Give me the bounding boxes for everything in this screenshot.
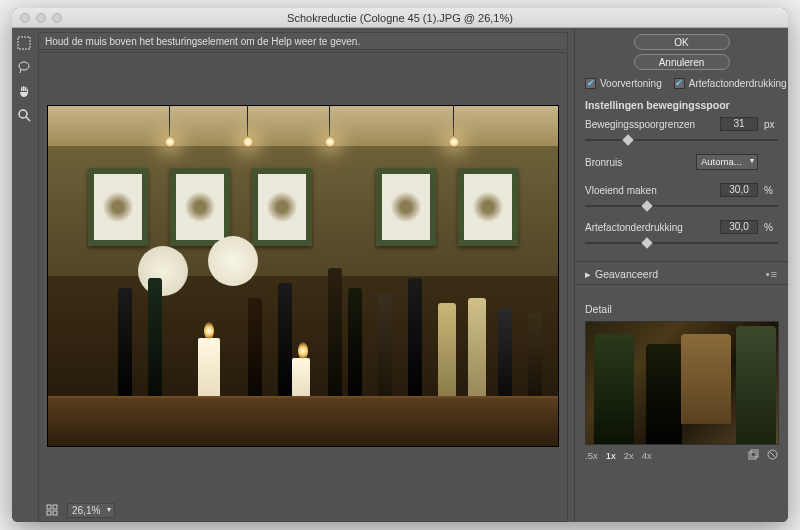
dialog-window: Schokreductie (Cologne 45 (1).JPG @ 26,1… (12, 8, 788, 522)
no-entry-icon[interactable] (767, 449, 778, 462)
svg-rect-7 (53, 511, 57, 515)
panel-menu-icon[interactable]: •≡ (766, 268, 778, 280)
tool-column (12, 28, 36, 522)
preview-area[interactable]: 26,1% (38, 52, 568, 522)
preview-statusbar: 26,1% (39, 499, 567, 521)
artifact-suppress-checkbox[interactable]: ✔Artefactonderdrukking (674, 78, 787, 89)
svg-line-11 (769, 451, 775, 457)
section-header: Instellingen bewegingsspoor (585, 99, 778, 111)
hint-bar: Houd de muis boven het besturingselement… (38, 32, 568, 50)
zoom-05x[interactable]: .5x (585, 450, 598, 461)
svg-rect-6 (47, 511, 51, 515)
detail-header: Detail (585, 303, 778, 315)
svg-point-1 (19, 62, 29, 70)
svg-line-3 (26, 117, 30, 121)
svg-rect-5 (53, 505, 57, 509)
undock-icon[interactable] (748, 449, 759, 462)
zoom-select[interactable]: 26,1% (67, 503, 115, 518)
zoom-4x[interactable]: 4x (642, 450, 652, 461)
blur-bounds-label: Bewegingsspoorgrenzen (585, 119, 714, 130)
marquee-tool-icon[interactable] (15, 34, 33, 52)
titlebar: Schokreductie (Cologne 45 (1).JPG @ 26,1… (12, 8, 788, 28)
smooth-slider[interactable] (585, 200, 778, 212)
artifact-slider[interactable] (585, 237, 778, 249)
svg-rect-9 (751, 450, 758, 457)
zoom-value: 26,1% (72, 505, 100, 516)
detail-preview[interactable] (585, 321, 779, 445)
blur-bounds-input[interactable]: 31 (720, 117, 758, 131)
svg-rect-0 (18, 37, 30, 49)
zoom-1x[interactable]: 1x (606, 450, 616, 461)
source-noise-label: Bronruis (585, 157, 690, 168)
artifact-input[interactable]: 30,0 (720, 220, 758, 234)
preview-checkbox[interactable]: ✔Voorvertoning (585, 78, 662, 89)
artifact-label: Artefactonderdrukking (585, 222, 714, 233)
smooth-label: Vloeiend maken (585, 185, 714, 196)
zoom-2x[interactable]: 2x (624, 450, 634, 461)
smooth-input[interactable]: 30,0 (720, 183, 758, 197)
chevron-right-icon: ▸ (585, 268, 591, 280)
grid-icon[interactable] (45, 503, 59, 517)
source-noise-dropdown[interactable]: Automa... (696, 154, 758, 170)
blur-bounds-slider[interactable] (585, 134, 778, 146)
lasso-tool-icon[interactable] (15, 58, 33, 76)
zoom-tool-icon[interactable] (15, 106, 33, 124)
svg-rect-8 (749, 452, 756, 459)
svg-point-2 (19, 110, 27, 118)
cancel-button[interactable]: Annuleren (634, 54, 730, 70)
preview-image (48, 106, 558, 446)
svg-rect-4 (47, 505, 51, 509)
ok-button[interactable]: OK (634, 34, 730, 50)
window-title: Schokreductie (Cologne 45 (1).JPG @ 26,1… (12, 12, 788, 24)
settings-panel: OK Annuleren ✔Voorvertoning ✔Artefactond… (574, 28, 788, 522)
advanced-toggle[interactable]: ▸ Geavanceerd •≡ (585, 268, 778, 280)
hand-tool-icon[interactable] (15, 82, 33, 100)
